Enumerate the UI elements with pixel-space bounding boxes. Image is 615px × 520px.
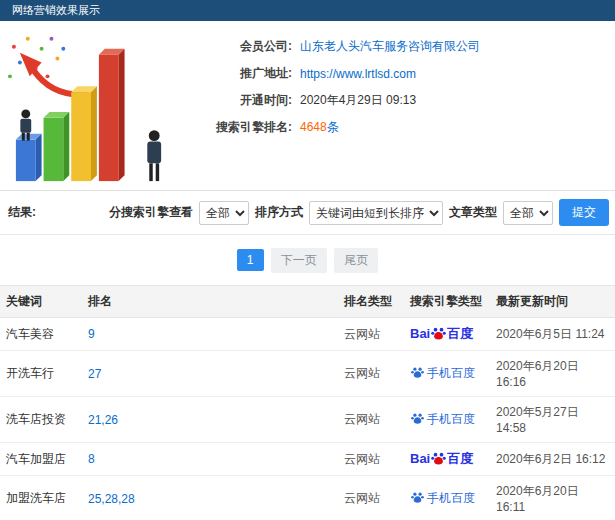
baidu-paw-icon (431, 326, 446, 341)
engine-cell: Bai百度 (404, 318, 490, 351)
time-cell: 2020年5月27日 14:58 (490, 397, 615, 443)
keyword-cell: 汽车加盟店 (0, 443, 82, 476)
rank-cell[interactable]: 21,26 (82, 397, 338, 443)
info-row-rank-count: 搜索引擎排名: 4648条 (180, 114, 615, 141)
info-fields: 会员公司: 山东老人头汽车服务咨询有限公司 推广地址: https://www.… (180, 21, 615, 190)
table-row: 加盟洗车店25,28,28云网站手机百度2020年6月20日 16:11 (0, 476, 615, 520)
engine-cell: Bai百度 (404, 443, 490, 476)
baidu-paw-icon (411, 412, 424, 425)
filter-controls: 分搜索引擎查看 全部 排序方式 关键词由短到长排序 文章类型 全部 提交 (109, 199, 609, 226)
promo-url-label: 推广地址: (180, 65, 292, 82)
sort-mode-label: 排序方式 (255, 204, 303, 221)
time-cell: 2020年6月20日 16:16 (490, 351, 615, 397)
member-company-link[interactable]: 山东老人头汽车服务咨询有限公司 (300, 38, 480, 55)
promo-url-link[interactable]: https://www.lrtlsd.com (300, 67, 416, 81)
engine-rank-value: 4648条 (300, 119, 339, 136)
info-row-company: 会员公司: 山东老人头汽车服务咨询有限公司 (180, 33, 615, 60)
page-title-bar: 网络营销效果展示 (0, 0, 615, 21)
keyword-cell: 汽车美容 (0, 318, 82, 351)
ranking-table: 关键词 排名 排名类型 搜索引擎类型 最新更新时间 汽车美容9云网站Bai百度2… (0, 285, 615, 520)
keyword-cell: 洗车店投资 (0, 397, 82, 443)
person-right-figure (147, 130, 161, 181)
engine-rank-label: 搜索引擎排名: (180, 119, 292, 136)
submit-button[interactable]: 提交 (559, 199, 609, 226)
account-info-section: 会员公司: 山东老人头汽车服务咨询有限公司 推广地址: https://www.… (0, 21, 615, 191)
page-title: 网络营销效果展示 (12, 4, 100, 16)
growth-chart-illustration (2, 25, 178, 189)
baidu-logo: Bai百度 (410, 327, 473, 341)
pagination: 1 下一页 尾页 (0, 235, 615, 285)
rank-count-unit: 条 (327, 120, 339, 134)
baidu-logo: Bai百度 (410, 452, 473, 466)
info-row-url: 推广地址: https://www.lrtlsd.com (180, 60, 615, 87)
table-row: 开洗车行27云网站手机百度2020年6月20日 16:16 (0, 351, 615, 397)
col-rank: 排名 (82, 286, 338, 318)
illustration-container (0, 21, 180, 190)
filter-bar: 结果: 分搜索引擎查看 全部 排序方式 关键词由短到长排序 文章类型 全部 提交 (0, 191, 615, 235)
table-row: 洗车店投资21,26云网站手机百度2020年5月27日 14:58 (0, 397, 615, 443)
mobile-baidu-logo: 手机百度 (410, 412, 475, 426)
sort-mode-select[interactable]: 关键词由短到长排序 (309, 201, 443, 225)
mobile-baidu-logo: 手机百度 (410, 366, 475, 380)
col-rank-type: 排名类型 (338, 286, 404, 318)
rank-type-cell: 云网站 (338, 476, 404, 520)
table-row: 汽车美容9云网站Bai百度2020年6月5日 11:24 (0, 318, 615, 351)
engine-filter-label: 分搜索引擎查看 (109, 204, 193, 221)
rank-cell[interactable]: 27 (82, 351, 338, 397)
baidu-paw-icon (431, 451, 446, 466)
time-cell: 2020年6月2日 16:12 (490, 443, 615, 476)
rank-type-cell: 云网站 (338, 351, 404, 397)
time-cell: 2020年6月20日 16:11 (490, 476, 615, 520)
ranking-table-head: 关键词 排名 排名类型 搜索引擎类型 最新更新时间 (0, 286, 615, 318)
col-engine-type: 搜索引擎类型 (404, 286, 490, 318)
engine-cell: 手机百度 (404, 351, 490, 397)
keyword-cell: 加盟洗车店 (0, 476, 82, 520)
member-company-label: 会员公司: (180, 38, 292, 55)
page-next[interactable]: 下一页 (271, 248, 327, 273)
page-last[interactable]: 尾页 (334, 248, 378, 273)
col-update-time: 最新更新时间 (490, 286, 615, 318)
info-row-open-time: 开通时间: 2020年4月29日 09:13 (180, 87, 615, 114)
rank-type-cell: 云网站 (338, 318, 404, 351)
article-type-select[interactable]: 全部 (503, 201, 553, 225)
table-row: 汽车加盟店8云网站Bai百度2020年6月2日 16:12 (0, 443, 615, 476)
ranking-table-body: 汽车美容9云网站Bai百度2020年6月5日 11:24开洗车行27云网站手机百… (0, 318, 615, 520)
rank-type-cell: 云网站 (338, 443, 404, 476)
rank-count-number: 4648 (300, 120, 327, 134)
engine-filter-select[interactable]: 全部 (199, 201, 249, 225)
time-cell: 2020年6月5日 11:24 (490, 318, 615, 351)
mobile-baidu-logo: 手机百度 (410, 491, 475, 505)
engine-cell: 手机百度 (404, 476, 490, 520)
rank-cell[interactable]: 8 (82, 443, 338, 476)
engine-cell: 手机百度 (404, 397, 490, 443)
rank-type-cell: 云网站 (338, 397, 404, 443)
col-keyword: 关键词 (0, 286, 82, 318)
baidu-paw-icon (411, 491, 424, 504)
keyword-cell: 开洗车行 (0, 351, 82, 397)
rank-cell[interactable]: 25,28,28 (82, 476, 338, 520)
page-current[interactable]: 1 (237, 249, 264, 271)
open-time-label: 开通时间: (180, 92, 292, 109)
baidu-paw-icon (411, 366, 424, 379)
result-label: 结果: (8, 204, 36, 221)
rank-cell[interactable]: 9 (82, 318, 338, 351)
article-type-label: 文章类型 (449, 204, 497, 221)
open-time-value: 2020年4月29日 09:13 (300, 92, 416, 109)
